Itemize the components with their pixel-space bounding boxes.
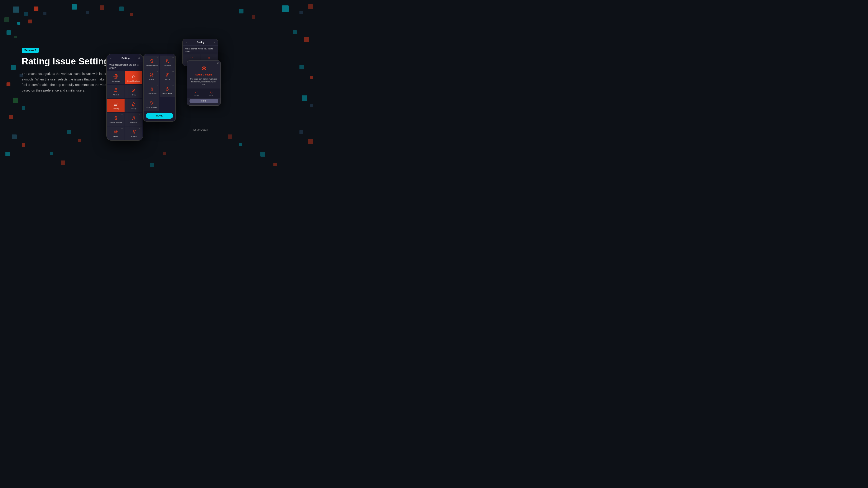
dots-icon: ··· (139, 86, 141, 88)
exp-child-abuse[interactable]: ··· Childe Abuse (144, 83, 159, 97)
scene-item-alcohol[interactable]: ··· Alcohol (107, 85, 125, 98)
bg-pixel (239, 143, 242, 146)
popup-done-button[interactable]: DONE (189, 99, 218, 103)
popup-footer-smoking: smoking (189, 90, 204, 96)
dots-icon: ··· (172, 84, 174, 86)
bg-pixel (14, 36, 17, 38)
popup-footer-label-bloody: bloody (205, 95, 219, 96)
expanded-grid: ··· Severe Violence ··· Mutilation ··· (144, 54, 175, 111)
exp-mutilation[interactable]: ··· Mutilation (160, 56, 175, 69)
bg-pixel (5, 152, 10, 156)
detail-icon-2 (207, 56, 211, 60)
exp-horror[interactable]: ··· Horror (144, 69, 159, 83)
scene-item-language[interactable]: ··· Language (107, 71, 125, 85)
detail-back-icon[interactable]: ← (185, 41, 187, 43)
exp-sexual-abuse[interactable]: ··· Sexual Abuse (160, 83, 175, 97)
scene-grid: ··· Language ··· Sexual Contents ··· (107, 71, 143, 140)
dots-icon: ··· (121, 72, 123, 74)
exp-severe-violence[interactable]: ··· Severe Violence (144, 56, 159, 69)
exp-label-photo-sensitive: Photo Sensitive (146, 106, 157, 108)
bg-pixel (50, 152, 53, 155)
exp-suicide-icon (165, 72, 170, 78)
exp-label-mutilation: Mutilation (164, 65, 171, 67)
bloody-icon (131, 102, 136, 107)
bg-pixel (6, 83, 10, 86)
svg-point-21 (167, 88, 168, 89)
svg-point-13 (116, 131, 117, 132)
done-button[interactable]: DONE (146, 113, 173, 119)
svg-line-7 (132, 89, 134, 91)
severe-violence-icon (113, 116, 119, 121)
bg-pixel (61, 161, 65, 165)
scene-label-mutilation: Mutilation (130, 122, 137, 124)
svg-point-12 (115, 131, 116, 132)
scene-item-severe-violence[interactable]: ··· Severe Violence (107, 112, 125, 126)
horror-icon (113, 129, 119, 135)
share-icon[interactable]: ⎋ (138, 57, 140, 60)
bg-pixel (6, 30, 11, 35)
scene-item-horror[interactable]: ··· Horror (107, 126, 125, 140)
bg-pixel (310, 104, 313, 107)
bg-pixel (300, 11, 303, 14)
popup-footer: smoking bloody (187, 89, 220, 98)
dots-icon: ··· (172, 70, 174, 72)
bg-pixel (28, 20, 32, 24)
screen-badge: Screen 2 (22, 48, 39, 53)
suicide-icon (131, 129, 136, 135)
detail-share-icon[interactable]: ⎋ (214, 41, 215, 43)
popup-smoking-icon (195, 90, 198, 94)
bg-pixel (100, 5, 104, 10)
svg-point-25 (203, 67, 203, 68)
dots-icon: ··· (139, 113, 141, 116)
dots-icon: ··· (121, 113, 123, 116)
dots-icon: ··· (156, 56, 158, 59)
exp-horror-icon (149, 72, 154, 78)
bg-pixel (18, 22, 21, 25)
scene-item-mutilation[interactable]: ··· Mutilation (125, 112, 142, 126)
bg-pixel (13, 6, 19, 12)
bg-pixel (300, 130, 303, 134)
left-content: Screen 2 Rating Issue Setting The Scene … (22, 48, 113, 93)
exp-severe-violence-icon (149, 59, 154, 64)
svg-rect-6 (132, 89, 135, 92)
main-title: Rating Issue Setting (22, 56, 113, 67)
bg-pixel (78, 139, 81, 142)
scene-item-drug[interactable]: ··· Drug (125, 85, 142, 98)
svg-point-20 (151, 87, 152, 88)
drug-icon (131, 88, 136, 93)
dots-icon: ··· (156, 70, 158, 72)
dots-icon: ··· (139, 72, 141, 74)
scene-label-severe-violence: Severe Violence (110, 122, 122, 124)
bg-pixel (4, 18, 9, 22)
bg-pixel (260, 152, 265, 157)
svg-rect-28 (195, 92, 196, 93)
scene-item-smoking[interactable]: ··· Smoking (107, 99, 125, 112)
bg-pixel (72, 4, 77, 9)
exp-photo-sensitive[interactable]: ··· Photo Sensitive (144, 97, 159, 110)
phone-subtitle: What scenes would you like to avoid? (107, 62, 143, 71)
svg-point-18 (152, 74, 153, 75)
description: The Scene categorizes the various scene … (22, 71, 113, 93)
exp-sexual-abuse-icon (165, 86, 170, 92)
exp-child-abuse-icon (149, 86, 154, 92)
bg-pixel (9, 115, 13, 119)
dots-icon: ··· (139, 127, 141, 130)
phone-header-title: Setting (113, 57, 138, 59)
popup-description: This issue may includs nutity, sex-relat… (187, 78, 220, 89)
exp-suicide[interactable]: ··· Suicide (160, 69, 175, 83)
scene-item-suicide[interactable]: ··· Suicide (125, 126, 142, 140)
alcohol-icon (113, 88, 119, 93)
scene-item-sexual-contents[interactable]: ··· Sexual Contents (125, 71, 142, 85)
scene-label-suicide: Suicide (131, 135, 136, 137)
svg-point-23 (151, 102, 153, 104)
bg-pixel (282, 5, 289, 12)
back-arrow-icon[interactable]: ← (110, 56, 113, 60)
popup-close-button[interactable]: ✕ (217, 62, 219, 65)
scene-item-bloody[interactable]: ··· Bloody (125, 99, 142, 112)
bg-pixel (293, 30, 297, 34)
detail-icon-1 (190, 56, 193, 60)
issue-detail-label: Issue Detail (182, 128, 218, 131)
bg-pixel (119, 6, 124, 11)
bg-pixel (24, 12, 28, 16)
phone-mockup: ← Setting ⎋ What scenes would you like t… (106, 54, 143, 141)
